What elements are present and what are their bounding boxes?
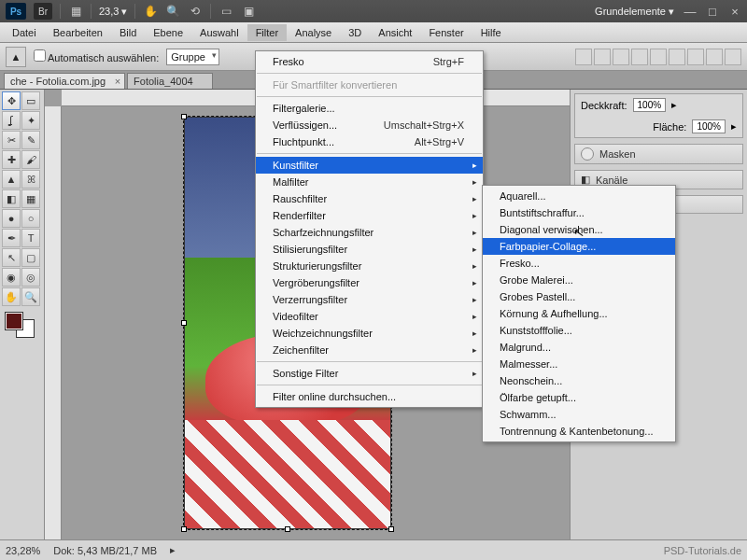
align-icon[interactable] [594, 49, 611, 65]
type-tool-icon[interactable]: T [21, 229, 40, 247]
kunstfilter-subitem[interactable]: Farbpapier-Collage... [483, 238, 675, 255]
zeichenfilter-item[interactable]: Zeichenfilter [256, 342, 483, 358]
kunstfilter-item[interactable]: Kunstfilter [256, 157, 483, 174]
menu-bild[interactable]: Bild [111, 24, 145, 41]
kunstfilter-subitem[interactable]: Aquarell... [483, 188, 675, 204]
hand-tool-icon[interactable]: ✋ [2, 287, 21, 306]
kunstfilter-subitem[interactable]: Buntstiftschraffur... [483, 204, 675, 221]
lasso-tool-icon[interactable]: ʆ [2, 111, 21, 130]
malfilter-item[interactable]: Malfilter [256, 174, 483, 190]
renderfilter-item[interactable]: Renderfilter [256, 207, 483, 224]
rotate-view-icon[interactable]: ⟲ [188, 4, 203, 19]
menu-ebene[interactable]: Ebene [145, 24, 191, 41]
gradient-tool-icon[interactable]: ▦ [21, 189, 40, 208]
menu-datei[interactable]: Datei [4, 24, 45, 41]
crop-tool-icon[interactable]: ✂ [2, 131, 21, 149]
screenmode-icon[interactable]: ▣ [241, 4, 256, 19]
menu-filter[interactable]: Filter [247, 24, 287, 41]
transform-handle[interactable] [285, 526, 290, 532]
status-docsize[interactable]: Dok: 5,43 MB/21,7 MB [53, 545, 157, 556]
rauschfilter-item[interactable]: Rauschfilter [256, 190, 483, 207]
filtergalerie-item[interactable]: Filtergalerie... [256, 100, 483, 117]
document-tab[interactable]: che - Fotolia.com.jpg× [4, 73, 125, 89]
minimize-icon[interactable]: — [684, 5, 697, 18]
last-filter-item[interactable]: FreskoStrg+F [256, 53, 483, 70]
shape-tool-icon[interactable]: ▢ [21, 248, 40, 267]
kunstfilter-subitem[interactable]: Grobes Pastell... [483, 288, 675, 305]
eyedropper-tool-icon[interactable]: ✎ [21, 131, 40, 149]
close-icon[interactable]: × [728, 5, 741, 18]
color-swatch[interactable] [6, 313, 34, 337]
tool-preset-icon[interactable]: ▲ [6, 47, 26, 67]
3d-tool-icon[interactable]: ◉ [2, 268, 21, 287]
document-tab[interactable]: Fotolia_4004 [127, 73, 213, 89]
stilisierungsfilter-item[interactable]: Stilisierungsfilter [256, 241, 483, 258]
menu-analyse[interactable]: Analyse [287, 24, 340, 41]
zoom-level[interactable]: 23,3 ▾ [99, 6, 127, 18]
eraser-tool-icon[interactable]: ◧ [2, 189, 21, 208]
masken-panel[interactable]: Masken [575, 145, 742, 163]
align-icon[interactable] [687, 49, 704, 65]
dodge-tool-icon[interactable]: ○ [21, 209, 40, 228]
menu-fenster[interactable]: Fenster [420, 24, 472, 41]
verfluessigen-item[interactable]: Verflüssigen...Umschalt+Strg+X [256, 117, 483, 133]
kunstfilter-subitem[interactable]: Schwamm... [483, 406, 675, 423]
path-select-icon[interactable]: ↖ [2, 248, 21, 267]
history-brush-icon[interactable]: ꕤ [21, 170, 40, 189]
bridge-icon[interactable]: Br [34, 3, 52, 20]
kunstfilter-subitem[interactable]: Malgrund... [483, 339, 675, 356]
maximize-icon[interactable]: □ [706, 5, 719, 18]
autoselect-combo[interactable]: Gruppe [166, 49, 219, 65]
zoom-tool-icon[interactable]: 🔍 [165, 4, 180, 19]
menu-auswahl[interactable]: Auswahl [191, 24, 247, 41]
kunstfilter-subitem[interactable]: Grobe Malerei... [483, 272, 675, 288]
fill-value[interactable]: 100% [692, 119, 726, 133]
menu-3d[interactable]: 3D [340, 24, 370, 41]
3d-camera-icon[interactable]: ◎ [21, 268, 40, 287]
stamp-tool-icon[interactable]: ▲ [2, 170, 21, 189]
align-icon[interactable] [650, 49, 667, 65]
arrange-icon[interactable]: ▭ [218, 4, 233, 19]
kunstfilter-subitem[interactable]: Körnung & Aufhellung... [483, 305, 675, 322]
move-tool-icon[interactable]: ✥ [2, 91, 21, 110]
fg-color-icon[interactable] [6, 313, 22, 329]
transform-handle[interactable] [388, 526, 394, 532]
menu-bearbeiten[interactable]: Bearbeiten [45, 24, 111, 41]
status-zoom[interactable]: 23,28% [6, 545, 40, 556]
filter-online-item[interactable]: Filter online durchsuchen... [256, 388, 483, 405]
hand-tool-icon[interactable]: ✋ [143, 4, 158, 19]
transform-handle[interactable] [181, 114, 187, 119]
align-icon[interactable] [613, 49, 629, 65]
kunstfilter-subitem[interactable]: Malmesser... [483, 356, 675, 372]
transform-handle[interactable] [181, 526, 187, 532]
kunstfilter-subitem[interactable]: Kunststofffolie... [483, 322, 675, 339]
align-icon[interactable] [575, 49, 592, 65]
close-tab-icon[interactable]: × [115, 76, 120, 87]
wand-tool-icon[interactable]: ✦ [21, 111, 40, 130]
blur-tool-icon[interactable]: ● [2, 209, 21, 228]
fluchtpunkt-item[interactable]: Fluchtpunkt...Alt+Strg+V [256, 133, 483, 150]
opacity-value[interactable]: 100% [633, 98, 667, 112]
brush-tool-icon[interactable]: 🖌 [21, 150, 40, 169]
strukturierungsfilter-item[interactable]: Strukturierungsfilter [256, 258, 483, 274]
verzerrungsfilter-item[interactable]: Verzerrungsfilter [256, 291, 483, 308]
align-icon[interactable] [706, 49, 723, 65]
pen-tool-icon[interactable]: ✒ [2, 229, 21, 247]
autoselect-checkbox[interactable]: Automatisch auswählen: [34, 49, 159, 63]
sonstigefilter-item[interactable]: Sonstige Filter [256, 365, 483, 382]
vergroeberungsfilter-item[interactable]: Vergröberungsfilter [256, 274, 483, 291]
align-icon[interactable] [725, 49, 741, 65]
kunstfilter-subitem[interactable]: Ölfarbe getupft... [483, 389, 675, 406]
kunstfilter-subitem[interactable]: Neonschein... [483, 372, 675, 389]
menu-ansicht[interactable]: Ansicht [370, 24, 420, 41]
align-icon[interactable] [631, 49, 648, 65]
heal-tool-icon[interactable]: ✚ [2, 150, 21, 169]
align-icon[interactable] [669, 49, 685, 65]
scharfzeichnungsfilter-item[interactable]: Scharfzeichnungsfilter [256, 224, 483, 241]
transform-handle[interactable] [181, 320, 187, 326]
zoom-tool-icon[interactable]: 🔍 [21, 287, 40, 306]
kunstfilter-subitem[interactable]: Fresko... [483, 255, 675, 272]
kunstfilter-subitem[interactable]: Tontrennung & Kantenbetonung... [483, 423, 675, 440]
marquee-tool-icon[interactable]: ▭ [21, 91, 40, 110]
videofilter-item[interactable]: Videofilter [256, 308, 483, 325]
